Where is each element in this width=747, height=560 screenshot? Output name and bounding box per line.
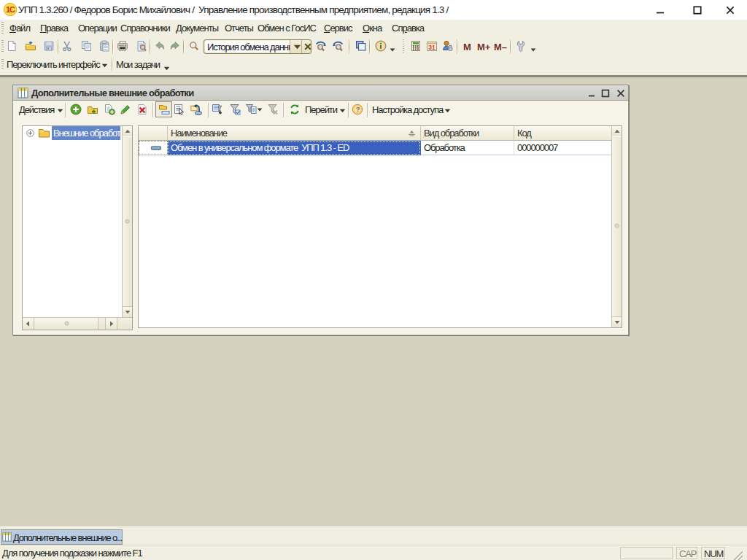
svg-text:31: 31 [428, 44, 436, 51]
svg-text:1С: 1С [6, 5, 15, 14]
